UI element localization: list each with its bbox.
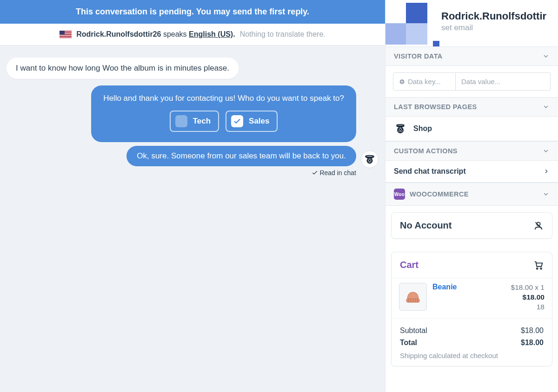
cart-item-row[interactable]: Beanie $18.00 x 1 $18.00 18	[392, 278, 552, 319]
browsed-page-row[interactable]: Shop	[385, 117, 558, 141]
check-icon	[312, 170, 318, 176]
svg-point-13	[537, 268, 538, 269]
pending-banner: This conversation is pending. You may se…	[0, 0, 385, 24]
agent-avatar	[361, 150, 379, 168]
choice-tech[interactable]: Tech	[170, 111, 219, 132]
account-card: No Account	[391, 212, 552, 239]
read-status: Read in chat	[312, 169, 356, 176]
sidebar: Rodrick.Runolfsdottir set email VISITOR …	[385, 0, 558, 392]
section-last-browsed[interactable]: LAST BROWSED PAGES	[385, 97, 558, 117]
cart-item-name[interactable]: Beanie	[432, 283, 457, 312]
section-woocommerce-label: WOOCOMMERCE	[410, 190, 469, 198]
chevron-down-icon	[542, 190, 550, 198]
svg-point-3	[370, 160, 372, 162]
language-link[interactable]: English (US)	[189, 30, 233, 38]
agent-prompt-message: Hello and thank you for contacting us! W…	[91, 85, 356, 142]
browsed-page-label: Shop	[413, 124, 432, 133]
agent-avatar-icon	[364, 154, 375, 165]
section-custom-actions-label: CUSTOM ACTIONS	[394, 147, 458, 155]
cart-item-unit-price: $18.00 x 1	[511, 283, 545, 293]
agent-message-group: Hello and thank you for contacting us! W…	[91, 85, 356, 176]
set-email-link[interactable]: set email	[441, 23, 553, 33]
visitor-display-name: Rodrick.Runolfsdottir	[441, 10, 553, 22]
messages-list: I want to know how long Woo the album is…	[0, 46, 385, 392]
agent-prompt-text: Hello and thank you for contacting us! W…	[103, 94, 344, 103]
visitor-message: I want to know how long Woo the album is…	[7, 58, 239, 79]
plus-circle-icon	[399, 78, 405, 85]
subtotal-label: Subtotal	[400, 327, 427, 335]
cart-item-thumb	[399, 283, 427, 311]
user-off-icon	[533, 221, 544, 231]
send-transcript-label: Send chat transcript	[394, 167, 466, 176]
visitor-header: Rodrick.Runolfsdottir set email	[385, 0, 558, 46]
cart-heading: Cart	[392, 252, 552, 278]
section-last-browsed-label: LAST BROWSED PAGES	[394, 103, 477, 111]
section-custom-actions[interactable]: CUSTOM ACTIONS	[385, 141, 558, 161]
lang-punct: .	[233, 30, 235, 38]
chat-panel: This conversation is pending. You may se…	[0, 0, 385, 392]
cart-icon	[533, 260, 544, 270]
cart-item-qty: 18	[511, 302, 545, 312]
checkbox-unchecked-icon	[175, 115, 187, 127]
no-account-heading: No Account	[392, 213, 552, 238]
translate-note: Nothing to translate there.	[240, 30, 326, 39]
speaks-word: speaks	[163, 30, 187, 38]
language-bar: Rodrick.Runolfsdottir26 speaks English (…	[0, 24, 385, 46]
data-value-cell[interactable]	[456, 72, 551, 91]
chevron-down-icon	[542, 52, 550, 60]
flag-us-icon	[60, 31, 72, 38]
total-label: Total	[400, 339, 417, 347]
woo-badge-icon: Woo	[394, 189, 405, 200]
data-value-input[interactable]	[461, 78, 545, 85]
chevron-down-icon	[542, 103, 550, 111]
section-woocommerce[interactable]: Woo WOOCOMMERCE	[385, 183, 558, 206]
visitor-name-inline: Rodrick.Runolfsdottir26	[76, 30, 161, 38]
choice-sales[interactable]: Sales	[226, 111, 278, 132]
choice-sales-label: Sales	[249, 117, 269, 126]
data-key-input[interactable]	[408, 78, 450, 85]
shipping-note: Shipping calculated at checkout	[400, 352, 544, 359]
svg-point-9	[399, 129, 400, 131]
chevron-right-icon	[543, 168, 550, 175]
section-visitor-data-label: VISITOR DATA	[394, 52, 443, 60]
data-key-cell[interactable]	[393, 72, 456, 91]
cart-summary: Subtotal $18.00 Total $18.00 Shipping ca…	[392, 319, 552, 366]
shop-icon	[394, 122, 407, 135]
checkbox-checked-icon	[231, 115, 243, 127]
cart-item-line-total: $18.00	[511, 293, 545, 302]
subtotal-value: $18.00	[521, 327, 544, 335]
chevron-down-icon	[542, 147, 550, 155]
total-value: $18.00	[521, 339, 544, 347]
send-transcript-row[interactable]: Send chat transcript	[385, 161, 558, 183]
choice-tech-label: Tech	[193, 117, 211, 126]
visitor-avatar	[385, 1, 437, 46]
beanie-product-icon	[404, 287, 422, 306]
svg-point-2	[368, 160, 370, 162]
svg-point-14	[540, 268, 542, 269]
agent-followup-message: Ok, sure. Someone from our sales team wi…	[126, 146, 356, 166]
svg-point-10	[401, 129, 403, 131]
cart-card: Cart Beanie	[391, 252, 552, 366]
visitor-data-body	[385, 66, 558, 97]
section-visitor-data[interactable]: VISITOR DATA	[385, 46, 558, 66]
